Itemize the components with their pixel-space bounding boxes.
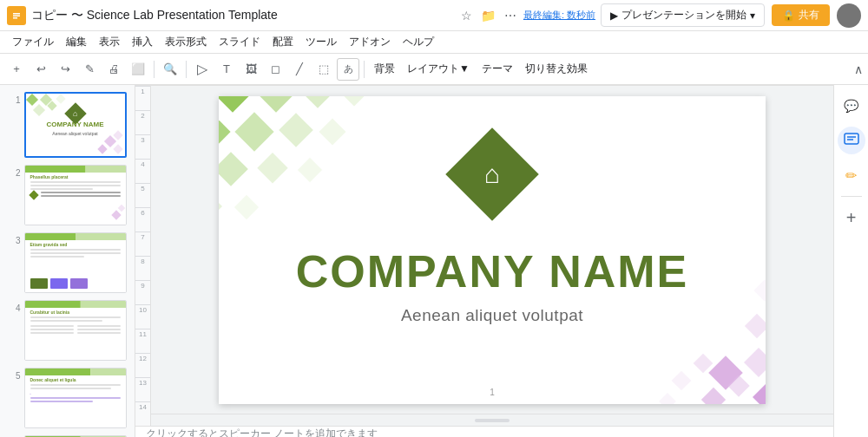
- slide-thumb-5[interactable]: 5 Donec aliquet et ligula ": [9, 368, 127, 428]
- svg-rect-4: [26, 94, 38, 106]
- slide-num-1: 1: [9, 95, 21, 105]
- svg-rect-13: [25, 166, 86, 173]
- bg-button[interactable]: 背景: [369, 60, 400, 78]
- svg-rect-19: [25, 301, 81, 308]
- slide-num-3: 3: [9, 236, 21, 245]
- sep2: [186, 61, 187, 78]
- slide-img-1: ⌂ COMPANY NAME Aenean aliquet volutpat: [24, 92, 127, 158]
- right-sidebar: 💬 ✏ +: [833, 85, 868, 437]
- shape-tool[interactable]: ◻: [264, 58, 286, 81]
- paint-button[interactable]: ✎: [78, 58, 101, 81]
- svg-rect-22: [90, 369, 126, 375]
- ruler-mark-v: 9: [135, 280, 150, 304]
- svg-rect-44: [694, 353, 713, 373]
- menu-file[interactable]: ファイル: [7, 33, 59, 51]
- slide-thumb-1[interactable]: 1 ⌂ COMPANY NAME Aene: [9, 92, 127, 158]
- more-icon[interactable]: ⋯: [503, 7, 518, 24]
- svg-rect-3: [13, 17, 17, 19]
- svg-rect-15: [111, 210, 121, 219]
- svg-rect-1: [13, 13, 20, 15]
- comment-button[interactable]: [838, 127, 865, 154]
- menu-slide[interactable]: スライド: [214, 33, 266, 51]
- svg-rect-48: [845, 134, 858, 144]
- slide-img-5: Donec aliquet et ligula ": [24, 368, 127, 428]
- slide-img-4: Curabitur ut lacinia: [24, 300, 127, 361]
- svg-rect-30: [234, 112, 273, 151]
- svg-rect-21: [25, 369, 90, 375]
- transition-button[interactable]: 切り替え効果: [520, 60, 593, 78]
- slide-thumb-2[interactable]: 2 Phasellus placerat: [9, 165, 127, 225]
- text-box[interactable]: あ: [337, 58, 359, 81]
- svg-rect-18: [76, 233, 126, 240]
- svg-rect-12: [113, 144, 122, 153]
- svg-rect-6: [32, 104, 44, 116]
- undo-button[interactable]: ↩: [30, 58, 52, 81]
- toolbar: + ↩ ↪ ✎ 🖨 ⬜ 🔍 ▷ T 🖼 ◻ ╱ ⬚ あ 背景 レイアウト▼ テー…: [0, 54, 868, 85]
- redo-button[interactable]: ↪: [54, 58, 76, 81]
- print-button[interactable]: 🖨: [102, 58, 125, 81]
- menu-edit[interactable]: 編集: [61, 33, 92, 51]
- rs-add-button[interactable]: +: [838, 204, 865, 232]
- menu-help[interactable]: ヘルプ: [398, 33, 439, 51]
- menu-tools[interactable]: ツール: [300, 33, 342, 51]
- menu-view[interactable]: 表示: [94, 33, 125, 51]
- slide-panel: 1 ⌂ COMPANY NAME Aene: [0, 85, 135, 437]
- brush-button[interactable]: ✏: [838, 161, 865, 189]
- slide-thumb-4[interactable]: 4 Curabitur ut lacinia: [9, 300, 127, 361]
- svg-rect-9: [103, 135, 115, 147]
- lock-icon: 🔒: [782, 10, 795, 22]
- slide-img-3: Etiam gravida sed: [24, 232, 127, 293]
- thumb-content-5: Donec aliquet et ligula ": [25, 369, 126, 427]
- menu-addons[interactable]: アドオン: [344, 33, 396, 51]
- present-icon: ▶: [610, 10, 618, 22]
- thumb-content-1: ⌂ COMPANY NAME Aenean aliquet volutpat: [26, 94, 125, 156]
- share-button[interactable]: 🔒 共有: [772, 4, 830, 26]
- image-tool[interactable]: 🖼: [240, 58, 262, 81]
- svg-rect-39: [744, 348, 766, 377]
- chat-button[interactable]: 💬: [838, 92, 865, 120]
- ruler-mark-v: 6: [135, 207, 150, 232]
- collapse-button[interactable]: ∧: [854, 62, 863, 76]
- menu-format[interactable]: 表示形式: [160, 33, 212, 51]
- svg-rect-16: [117, 205, 124, 212]
- ruler-mark-v: 5: [135, 183, 150, 207]
- svg-rect-33: [219, 152, 248, 186]
- svg-rect-29: [219, 112, 231, 151]
- layout-button[interactable]: レイアウト▼: [402, 60, 475, 78]
- svg-rect-26: [256, 96, 295, 113]
- title-bar: コピー 〜 Science Lab Presentation Template …: [0, 0, 868, 31]
- ruler-mark-v: 7: [135, 232, 150, 256]
- avatar[interactable]: [837, 3, 861, 28]
- text-tool[interactable]: T: [215, 58, 238, 81]
- app-title: コピー 〜 Science Lab Presentation Template: [31, 8, 454, 23]
- ruler-mark-v: 12: [135, 353, 150, 377]
- title-right: ▶ プレゼンテーションを開始 ▾ 🔒 共有: [601, 3, 861, 28]
- star-icon[interactable]: ☆: [459, 7, 474, 24]
- ruler-mark-v: 1: [135, 86, 150, 110]
- notes-bar[interactable]: クリックするとスピーカー ノートを追加できます: [135, 426, 833, 437]
- line-tool[interactable]: ╱: [288, 58, 311, 81]
- sep1: [154, 61, 155, 78]
- svg-rect-28: [340, 96, 367, 107]
- sep3: [364, 61, 365, 78]
- folder-icon[interactable]: 📁: [479, 7, 497, 24]
- notes-placeholder[interactable]: クリックするとスピーカー ノートを追加できます: [146, 427, 378, 437]
- add-button[interactable]: +: [5, 58, 28, 81]
- zoom-magnify[interactable]: 🔍: [159, 58, 181, 81]
- company-logo: ⌂: [445, 127, 538, 220]
- ruler-mark-v: 11: [135, 329, 150, 353]
- slide-thumb-3[interactable]: 3 Etiam gravida sed: [9, 232, 127, 293]
- slide-num-2: 2: [9, 168, 21, 178]
- slide-canvas[interactable]: ⌂ COMPANY NAME Aenean aliquet volutpat: [151, 86, 833, 414]
- menu-insert[interactable]: 挿入: [127, 33, 158, 51]
- zoom-btn[interactable]: ⬜: [127, 58, 149, 81]
- cursor-tool[interactable]: ▷: [191, 58, 214, 81]
- present-button[interactable]: ▶ プレゼンテーションを開始 ▾: [601, 3, 765, 27]
- canvas-area: 1 2 3 4 5 6 7 8 9 10 11 12 13 14 15 16 1…: [135, 85, 833, 437]
- theme-button[interactable]: テーマ: [477, 60, 518, 78]
- slide-main-content: ⌂ COMPANY NAME Aenean aliquet volutpat: [219, 96, 766, 404]
- rect-tool[interactable]: ⬚: [312, 58, 335, 81]
- slide-subtitle: Aenean aliquet volutpat: [219, 306, 766, 325]
- ruler-mark-v: 8: [135, 256, 150, 280]
- menu-arrange[interactable]: 配置: [267, 33, 299, 51]
